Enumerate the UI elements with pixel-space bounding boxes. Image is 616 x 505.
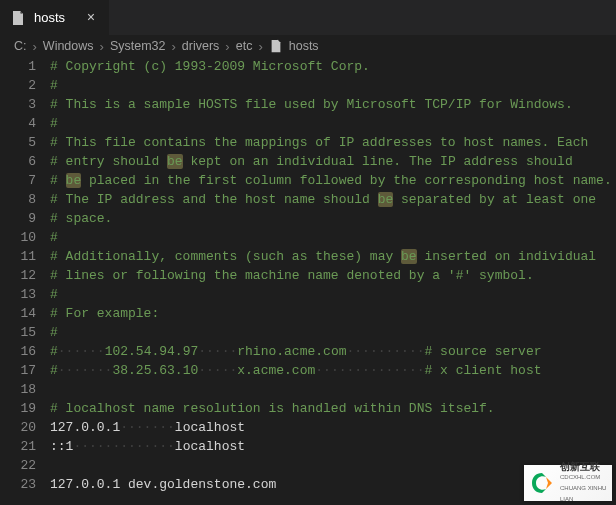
code-line[interactable]: # Copyright (c) 1993-2009 Microsoft Corp… bbox=[50, 57, 616, 76]
line-number: 22 bbox=[0, 456, 36, 475]
watermark-logo: 创新互联 CDCXHL.COM CHUANG XINHU LIAN bbox=[524, 465, 612, 501]
code-line[interactable]: # lines or following the machine name de… bbox=[50, 266, 616, 285]
chevron-right-icon: › bbox=[33, 39, 37, 54]
breadcrumb-segment[interactable]: Windows bbox=[43, 39, 94, 53]
line-number: 9 bbox=[0, 209, 36, 228]
line-number: 8 bbox=[0, 190, 36, 209]
line-number: 17 bbox=[0, 361, 36, 380]
code-line[interactable]: # bbox=[50, 76, 616, 95]
code-line[interactable]: # localhost name resolution is handled w… bbox=[50, 399, 616, 418]
breadcrumb-segment[interactable]: hosts bbox=[289, 39, 319, 53]
line-number: 12 bbox=[0, 266, 36, 285]
code-line[interactable]: 127.0.0.1·······localhost bbox=[50, 418, 616, 437]
line-number: 19 bbox=[0, 399, 36, 418]
code-line[interactable]: # bbox=[50, 323, 616, 342]
watermark-text: 创新互联 CDCXHL.COM CHUANG XINHU LIAN bbox=[560, 461, 608, 505]
code-line[interactable]: #·······38.25.63.10·····x.acme.com······… bbox=[50, 361, 616, 380]
chevron-right-icon: › bbox=[100, 39, 104, 54]
breadcrumb: C: › Windows › System32 › drivers › etc … bbox=[0, 35, 616, 57]
chevron-right-icon: › bbox=[258, 39, 262, 54]
code-line[interactable]: # This is a sample HOSTS file used by Mi… bbox=[50, 95, 616, 114]
code-line[interactable]: # The IP address and the host name shoul… bbox=[50, 190, 616, 209]
line-number: 10 bbox=[0, 228, 36, 247]
line-number: 15 bbox=[0, 323, 36, 342]
line-number: 3 bbox=[0, 95, 36, 114]
tab-bar: hosts × bbox=[0, 0, 616, 35]
breadcrumb-segment[interactable]: C: bbox=[14, 39, 27, 53]
line-number: 18 bbox=[0, 380, 36, 399]
code-line[interactable]: # For example: bbox=[50, 304, 616, 323]
tab-label: hosts bbox=[34, 10, 65, 25]
code-line[interactable]: # bbox=[50, 228, 616, 247]
code-line[interactable]: # bbox=[50, 114, 616, 133]
tab-hosts[interactable]: hosts × bbox=[0, 0, 110, 35]
line-number-gutter: 1234567891011121314151617181920212223 bbox=[0, 57, 50, 505]
line-number: 16 bbox=[0, 342, 36, 361]
file-icon bbox=[10, 10, 26, 26]
line-number: 7 bbox=[0, 171, 36, 190]
line-number: 2 bbox=[0, 76, 36, 95]
line-number: 13 bbox=[0, 285, 36, 304]
chevron-right-icon: › bbox=[172, 39, 176, 54]
code-line[interactable]: # be placed in the first column followed… bbox=[50, 171, 616, 190]
logo-icon bbox=[528, 469, 556, 497]
line-number: 14 bbox=[0, 304, 36, 323]
line-number: 1 bbox=[0, 57, 36, 76]
breadcrumb-segment[interactable]: System32 bbox=[110, 39, 166, 53]
line-number: 6 bbox=[0, 152, 36, 171]
line-number: 5 bbox=[0, 133, 36, 152]
file-icon bbox=[269, 39, 283, 53]
code-line[interactable]: # bbox=[50, 285, 616, 304]
line-number: 11 bbox=[0, 247, 36, 266]
code-line[interactable]: # entry should be kept on an individual … bbox=[50, 152, 616, 171]
line-number: 20 bbox=[0, 418, 36, 437]
line-number: 21 bbox=[0, 437, 36, 456]
breadcrumb-segment[interactable]: etc bbox=[236, 39, 253, 53]
code-line[interactable]: ::1·············localhost bbox=[50, 437, 616, 456]
close-icon[interactable]: × bbox=[83, 10, 99, 26]
chevron-right-icon: › bbox=[225, 39, 229, 54]
code-line[interactable]: # Additionally, comments (such as these)… bbox=[50, 247, 616, 266]
line-number: 4 bbox=[0, 114, 36, 133]
code-line[interactable]: #······102.54.94.97·····rhino.acme.com··… bbox=[50, 342, 616, 361]
editor[interactable]: 1234567891011121314151617181920212223 # … bbox=[0, 57, 616, 505]
line-number: 23 bbox=[0, 475, 36, 494]
code-line[interactable]: # space. bbox=[50, 209, 616, 228]
breadcrumb-segment[interactable]: drivers bbox=[182, 39, 220, 53]
code-line[interactable] bbox=[50, 380, 616, 399]
code-area[interactable]: # Copyright (c) 1993-2009 Microsoft Corp… bbox=[50, 57, 616, 505]
code-line[interactable]: # This file contains the mappings of IP … bbox=[50, 133, 616, 152]
